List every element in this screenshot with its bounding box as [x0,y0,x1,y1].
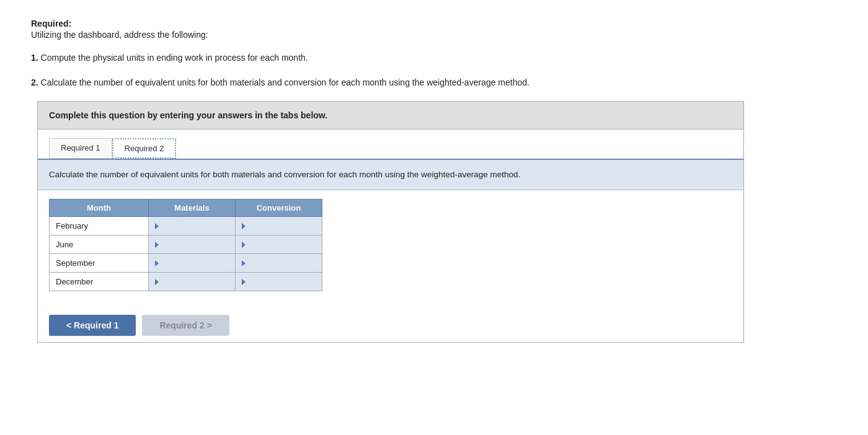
col-header-materials: Materials [149,200,236,217]
tab-content-area: Calculate the number of equivalent units… [38,160,743,190]
materials-cell[interactable] [149,273,236,291]
question2: 2. Calculate the number of equivalent un… [31,76,837,89]
conversion-cell[interactable] [236,273,322,291]
required-label: Required: [31,19,837,29]
tab-required2-label: Required 2 [125,144,164,153]
next-label: Required 2 [159,320,206,330]
tab-required1-label: Required 1 [61,143,100,152]
input-arrow-icon [155,223,159,229]
prev-icon: < [66,320,71,330]
answer-box: Complete this question by entering your … [37,101,744,343]
conversion-cell[interactable] [236,254,322,273]
col-header-conversion: Conversion [236,200,322,217]
month-cell: February [50,217,149,235]
month-cell: September [50,254,149,273]
input-arrow-icon [242,242,246,248]
tab-required1[interactable]: Required 1 [49,138,112,159]
prev-button[interactable]: < Required 1 [49,315,136,336]
tabs-row: Required 1 Required 2 [38,130,743,160]
table-row: December [50,273,322,291]
table-area: Month Materials Conversion FebruaryJuneS… [38,190,743,302]
input-arrow-icon [242,260,246,266]
tab-content-text: Calculate the number of equivalent units… [49,170,520,179]
input-arrow-icon [155,279,159,285]
equivalents-table: Month Materials Conversion FebruaryJuneS… [49,199,322,291]
input-arrow-icon [155,260,159,266]
question2-text: Calculate the number of equivalent units… [41,77,529,87]
subtitle-text: Utilizing the dashboard, address the fol… [31,30,837,40]
prev-label: Required 1 [74,320,118,330]
instruction-text: Complete this question by entering your … [49,110,327,120]
month-cell: June [50,235,149,254]
navigation-buttons: < Required 1 Required 2 > [38,315,743,342]
instruction-bar: Complete this question by entering your … [38,102,743,130]
table-row: February [50,217,322,235]
question1: 1. Compute the physical units in ending … [31,51,837,64]
input-arrow-icon [242,223,246,229]
next-icon: > [207,320,212,330]
table-row: June [50,235,322,254]
month-cell: December [50,273,149,291]
next-button[interactable]: Required 2 > [142,315,229,336]
materials-cell[interactable] [149,217,236,235]
table-row: September [50,254,322,273]
question1-num: 1. [31,53,38,63]
materials-cell[interactable] [149,254,236,273]
conversion-cell[interactable] [236,217,322,235]
input-arrow-icon [155,242,159,248]
materials-cell[interactable] [149,235,236,254]
question1-text: Compute the physical units in ending wor… [41,53,308,63]
conversion-cell[interactable] [236,235,322,254]
question2-num: 2. [31,77,38,87]
input-arrow-icon [242,279,246,285]
tab-required2[interactable]: Required 2 [112,138,177,159]
col-header-month: Month [50,200,149,217]
